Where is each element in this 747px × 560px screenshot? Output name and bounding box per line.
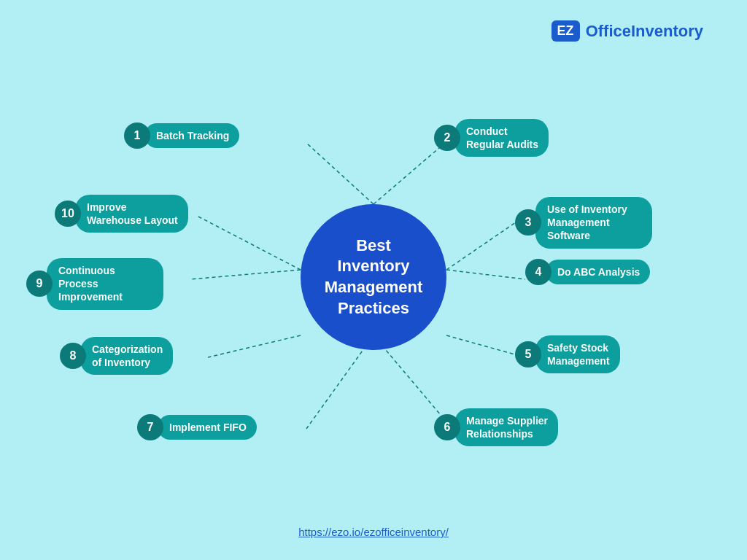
item-10-label: ImproveWarehouse Layout [75, 195, 188, 233]
item-8-label: Categorizationof Inventory [80, 337, 173, 375]
svg-line-3 [446, 270, 525, 279]
logo: EZ OfficeInventory [551, 20, 703, 42]
item-3: 3 Use of InventoryManagement Software [515, 197, 652, 249]
logo-name: OfficeInventory [586, 22, 703, 41]
item-8-num: 8 [60, 343, 86, 369]
item-10-num: 10 [55, 201, 81, 227]
item-7: 7 Implement FIFO [137, 414, 257, 440]
item-10: 10 ImproveWarehouse Layout [55, 195, 188, 233]
item-4-num: 4 [525, 259, 551, 285]
center-circle: Best Inventory Management Practices [301, 204, 446, 350]
item-4: 4 Do ABC Analysis [525, 259, 650, 285]
svg-line-9 [197, 216, 301, 270]
item-6-num: 6 [434, 414, 460, 440]
item-6: 6 Manage SupplierRelationships [434, 408, 558, 446]
item-1: 1 Batch Tracking [124, 122, 239, 149]
center-line1: Best [356, 236, 391, 254]
item-6-label: Manage SupplierRelationships [454, 408, 558, 446]
svg-line-8 [190, 270, 301, 279]
item-8: 8 Categorizationof Inventory [60, 337, 173, 375]
svg-line-2 [446, 216, 525, 270]
item-3-label: Use of InventoryManagement Software [535, 197, 652, 249]
item-1-num: 1 [124, 122, 150, 149]
item-9: 9 Continuous ProcessImprovement [26, 258, 163, 310]
svg-line-7 [208, 335, 301, 357]
item-1-label: Batch Tracking [144, 123, 239, 148]
item-2-num: 2 [434, 125, 460, 151]
center-line4: Practices [338, 299, 409, 317]
item-5-num: 5 [515, 341, 541, 368]
item-4-label: Do ABC Analysis [546, 260, 650, 284]
center-line3: Management [325, 278, 422, 296]
item-7-label: Implement FIFO [158, 415, 257, 440]
svg-line-4 [446, 335, 525, 357]
svg-line-0 [306, 143, 374, 204]
svg-line-6 [306, 335, 374, 429]
item-9-label: Continuous ProcessImprovement [47, 258, 163, 310]
item-7-num: 7 [137, 414, 163, 440]
logo-badge: EZ [551, 20, 580, 42]
footer-link[interactable]: https://ezo.io/ezofficeinventory/ [298, 526, 449, 538]
item-5: 5 Safety StockManagement [515, 335, 620, 373]
item-2: 2 ConductRegular Audits [434, 119, 549, 157]
item-2-label: ConductRegular Audits [454, 119, 549, 157]
center-line2: Inventory [337, 257, 409, 275]
item-5-label: Safety StockManagement [535, 335, 620, 373]
